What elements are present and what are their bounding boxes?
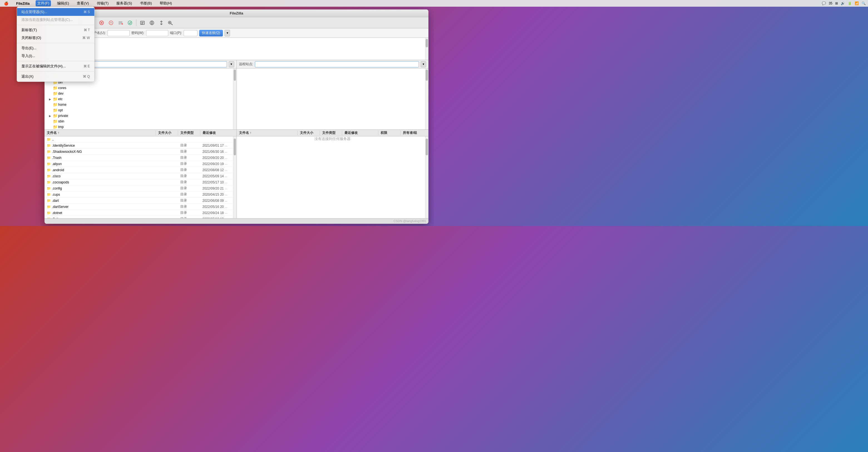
file-panels: ▶ 📁 tangfuling ▶ 📁 Volumes 📁 bin: [44, 68, 428, 218]
tree-scrollbar[interactable]: [233, 68, 237, 129]
log-scrollbar[interactable]: [425, 38, 428, 60]
col-header-size[interactable]: 文件大小: [156, 130, 178, 135]
remote-col-header-owner[interactable]: 所有者/组: [401, 130, 428, 135]
tree-arrow: ▶: [49, 98, 52, 101]
file-row-cups[interactable]: 📁.cups 目录 2020/04/15 20 ...: [44, 191, 237, 198]
remote-tree-scrollbar[interactable]: [425, 68, 428, 129]
address-bars: 本地站点: ▼ 远程站点: ▼: [44, 60, 428, 68]
folder-icon: 📁: [53, 125, 58, 129]
remote-file-panel: 文件名 ↑ 文件大小 文件类型 最近修改 权限 所有者/组 没有连接到任何服务器: [237, 68, 429, 218]
menu-bookmark[interactable]: 书签(B): [138, 0, 154, 6]
menu-help[interactable]: 帮助(H): [158, 0, 174, 6]
file-row-android[interactable]: 📁.android 目录 2022/08/08 12 ...: [44, 167, 237, 173]
menu-close-tab-shortcut: ⌘ W: [82, 36, 90, 40]
file-row-parent[interactable]: 📁..: [44, 137, 237, 143]
menu-filezilla[interactable]: FileZilla: [14, 1, 31, 6]
disconnect-button[interactable]: [106, 19, 116, 27]
separator-1: [17, 25, 94, 25]
tree-label: dev: [58, 92, 63, 95]
file-row-dartserver[interactable]: 📁.dartServer 目录 2022/05/16 20 ...: [44, 204, 237, 210]
menu-new-tab-label: 新标签(T): [22, 28, 37, 33]
filter-button[interactable]: [148, 19, 156, 27]
tree-item-sbin[interactable]: 📁 sbin: [44, 119, 237, 124]
cancel-queue-button[interactable]: [116, 19, 125, 27]
menu-add-current: 添加当前连接到站点管理器(C)...: [17, 16, 94, 24]
find-button[interactable]: [166, 19, 175, 27]
quickconnect-button[interactable]: 快速连接(Q): [199, 30, 223, 36]
col-header-modified[interactable]: 最近修改: [200, 130, 237, 135]
file-row-dart[interactable]: 📁.dart 目录 2022/06/08 09 ...: [44, 198, 237, 204]
tree-label: home: [58, 103, 66, 107]
file-row-shadowsocks[interactable]: 📁.ShadowsocksX-NG 目录 2021/06/30 16 ...: [44, 149, 237, 155]
menu-edit[interactable]: 编辑(E): [55, 0, 71, 6]
toggle-dirs-button[interactable]: [157, 19, 166, 27]
message-log-button[interactable]: [138, 19, 147, 27]
remote-addr-input[interactable]: [255, 61, 419, 67]
menu-transfer[interactable]: 传输(T): [95, 0, 111, 6]
tree-scroll-thumb: [234, 69, 236, 81]
remote-file-scroll-thumb: [426, 139, 428, 155]
remote-col-header-perm[interactable]: 权限: [378, 130, 401, 135]
menu-site-manager-shortcut: ⌘ S: [84, 10, 90, 14]
menu-view[interactable]: 查看(V): [75, 0, 90, 6]
port-input[interactable]: [184, 30, 197, 36]
quickconnect-dropdown[interactable]: ▼: [224, 30, 230, 36]
folder-icon: 📁: [53, 102, 58, 107]
local-file-list-header: 文件名 ↑ 文件大小 文件类型 最近修改: [44, 130, 237, 137]
local-addr-dropdown[interactable]: ▼: [229, 61, 234, 67]
menu-new-tab[interactable]: 新标签(T) ⌘ T: [17, 26, 94, 34]
svg-line-39: [171, 24, 173, 25]
remote-col-header-modified[interactable]: 最近修改: [342, 130, 378, 135]
col-header-name[interactable]: 文件名 ↑: [44, 130, 156, 135]
menu-show-editing-shortcut: ⌘ E: [84, 64, 90, 68]
file-row-aliyun[interactable]: 📁.aliyun 目录 2022/09/20 19 ...: [44, 161, 237, 167]
user-input[interactable]: [107, 30, 130, 36]
tree-item-tmp[interactable]: 📁 tmp: [44, 124, 237, 130]
file-row-config[interactable]: 📁.config 目录 2022/09/20 21 ...: [44, 185, 237, 191]
svg-rect-24: [119, 23, 122, 23]
tree-item-private[interactable]: ▶ 📁 private: [44, 113, 237, 119]
tree-item-opt[interactable]: 📁 opt: [44, 108, 237, 113]
file-row-flutterw[interactable]: 📁.flutterw 目录 2022/05/18 12 ...: [44, 216, 237, 218]
remote-file-list-header: 文件名 ↑ 文件大小 文件类型 最近修改 权限 所有者/组: [237, 130, 429, 137]
menu-site-manager-label: 站点管理器(S)...: [22, 9, 47, 14]
tree-item-cores[interactable]: 📁 cores: [44, 85, 237, 91]
menu-import[interactable]: 导入(I)...: [17, 52, 94, 60]
tree-item-home[interactable]: 📁 home: [44, 102, 237, 108]
connect-button[interactable]: [125, 19, 134, 27]
menu-close-tab[interactable]: 关闭标签(O) ⌘ W: [17, 34, 94, 42]
file-row-identityservice[interactable]: 📁.IdentityService 目录 2021/09/01 17 ...: [44, 143, 237, 149]
menu-file[interactable]: 文件(F): [36, 0, 51, 6]
menu-show-editing[interactable]: 显示正在被编辑的文件(H)... ⌘ E: [17, 62, 94, 70]
main-area: 本地站点: ▼ 远程站点: ▼ ▶: [44, 60, 428, 218]
menu-quit[interactable]: 退出(X) ⌘ Q: [17, 73, 94, 81]
stop-button[interactable]: [97, 19, 106, 27]
tree-label: tmp: [58, 125, 64, 129]
tree-item-dev[interactable]: 📁 dev: [44, 91, 237, 96]
tree-item-etc[interactable]: ▶ 📁 etc: [44, 96, 237, 102]
menu-export[interactable]: 导出(E)...: [17, 44, 94, 52]
file-row-cocoapods[interactable]: 📁.cocoapods 目录 2022/05/17 10 ...: [44, 179, 237, 185]
menu-server[interactable]: 服务器(S): [115, 0, 133, 6]
col-header-type[interactable]: 文件类型: [178, 130, 200, 135]
remote-addr-dropdown[interactable]: ▼: [421, 61, 426, 67]
remote-col-header-size[interactable]: 文件大小: [298, 130, 320, 135]
remote-col-header-name[interactable]: 文件名 ↑: [237, 130, 298, 135]
menu-site-manager[interactable]: 站点管理器(S)... ⌘ S: [17, 8, 94, 16]
remote-file-list: 没有连接到任何服务器: [237, 137, 429, 218]
toolbar: [44, 17, 428, 28]
remote-file-scrollbar[interactable]: [425, 137, 428, 218]
folder-icon: 📁: [47, 192, 51, 197]
menu-export-label: 导出(E)...: [22, 46, 36, 51]
file-scroll-thumb: [234, 139, 236, 155]
file-row-dotnet[interactable]: 📁.dotnet 目录 2022/09/24 18 ...: [44, 210, 237, 216]
pass-input[interactable]: [146, 30, 168, 36]
remote-col-header-type[interactable]: 文件类型: [320, 130, 342, 135]
svg-rect-23: [119, 22, 122, 22]
menu-quit-shortcut: ⌘ Q: [83, 74, 90, 79]
file-row-trash[interactable]: 📁.Trash 目录 2022/09/20 20 ...: [44, 155, 237, 161]
file-row-cisco[interactable]: 📁.cisco 目录 2022/05/09 14 ...: [44, 173, 237, 179]
apple-menu[interactable]: 🍎: [2, 1, 10, 6]
statusbar: [44, 218, 428, 224]
file-scrollbar[interactable]: [233, 137, 237, 218]
